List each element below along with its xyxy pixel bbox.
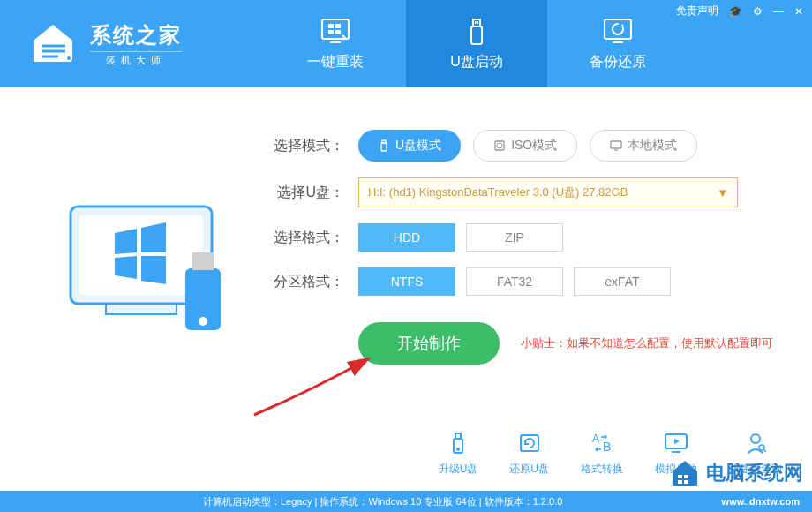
main-content: 选择模式： U盘模式 ISO模式 本地模式 选择U盘： H:I: (hd1) K… (0, 87, 812, 414)
illustration (35, 123, 265, 414)
svg-rect-16 (79, 215, 203, 295)
format-hdd[interactable]: HDD (358, 223, 455, 252)
watermark-house-icon (669, 457, 701, 489)
udisk-value: H:I: (hd1) KingstonDataTraveler 3.0 (U盘)… (368, 184, 628, 200)
tip-text: 小贴士：如果不知道怎么配置，使用默认配置即可 (521, 335, 773, 351)
svg-rect-30 (521, 435, 538, 451)
svg-rect-21 (381, 143, 387, 151)
house-logo-icon (26, 18, 79, 71)
svg-point-35 (751, 434, 760, 443)
format-zip[interactable]: ZIP (466, 223, 563, 252)
svg-rect-4 (335, 24, 341, 28)
convert-icon: AB (589, 430, 615, 456)
mode-label-text: U盘模式 (395, 138, 441, 154)
mode-local[interactable]: 本地模式 (590, 130, 697, 162)
partition-fat32[interactable]: FAT32 (466, 267, 563, 296)
logo-subtitle: 装机大师 (90, 51, 182, 67)
restore-usb[interactable]: 还原U盘 (509, 430, 549, 477)
tab-reinstall[interactable]: 一键重装 (265, 0, 406, 87)
svg-rect-3 (328, 24, 334, 28)
mode-label-text: 本地模式 (628, 138, 677, 154)
disc-icon (493, 139, 506, 152)
logo: 系统之家 装机大师 (0, 18, 265, 71)
svg-rect-39 (678, 480, 682, 484)
close-button[interactable]: ✕ (794, 5, 803, 18)
tab-label: 一键重装 (307, 53, 364, 72)
udisk-label: 选择U盘： (265, 184, 344, 202)
svg-rect-19 (192, 252, 214, 270)
tab-usb-boot[interactable]: U盘启动 (406, 0, 547, 87)
svg-rect-6 (335, 30, 341, 34)
svg-rect-8 (471, 26, 482, 44)
window-controls: 免责声明 🎓 ⚙ — ✕ (676, 4, 803, 19)
svg-rect-38 (678, 475, 682, 478)
svg-rect-12 (605, 19, 631, 39)
svg-text:B: B (603, 440, 611, 454)
partition-label: 分区格式： (265, 273, 344, 291)
logo-title: 系统之家 (90, 21, 182, 49)
svg-rect-40 (684, 475, 688, 478)
tab-label: 备份还原 (590, 53, 646, 72)
mode-iso[interactable]: ISO模式 (473, 130, 577, 162)
gear-icon[interactable]: ⚙ (753, 5, 763, 18)
usb-up-icon (445, 430, 471, 456)
svg-rect-2 (322, 19, 349, 39)
mode-label-text: ISO模式 (511, 138, 557, 154)
svg-rect-25 (611, 141, 621, 148)
svg-rect-17 (106, 304, 177, 314)
format-label: 选择格式： (265, 229, 344, 247)
monitor-play-icon (663, 430, 689, 456)
free-disclaimer-link[interactable]: 免责声明 (676, 4, 718, 19)
usb-small-icon (378, 139, 390, 152)
monitor-small-icon (610, 139, 622, 152)
status-bar: 计算机启动类型：Legacy | 操作系统：Windows 10 专业版 64位… (0, 491, 812, 512)
format-convert[interactable]: AB 格式转换 (581, 430, 623, 477)
config-form: 选择模式： U盘模式 ISO模式 本地模式 选择U盘： H:I: (hd1) K… (265, 123, 777, 414)
mode-usb[interactable]: U盘模式 (358, 130, 461, 162)
graduation-icon[interactable]: 🎓 (729, 5, 742, 18)
udisk-select[interactable]: H:I: (hd1) KingstonDataTraveler 3.0 (U盘)… (358, 177, 738, 207)
tab-label: U盘启动 (450, 53, 503, 72)
monitor-refresh-icon (602, 16, 634, 48)
svg-rect-28 (455, 433, 461, 439)
watermark-url: www..dnxtw.com (722, 496, 800, 507)
upgrade-usb[interactable]: 升级U盘 (439, 430, 478, 477)
start-button[interactable]: 开始制作 (358, 322, 500, 365)
monitor-windows-icon (320, 16, 351, 48)
svg-rect-10 (475, 21, 477, 24)
svg-rect-41 (684, 480, 688, 484)
partition-ntfs[interactable]: NTFS (358, 267, 455, 296)
partition-exfat[interactable]: exFAT (574, 267, 671, 296)
tab-backup-restore[interactable]: 备份还原 (547, 0, 688, 87)
svg-point-1 (71, 60, 74, 64)
svg-point-20 (199, 317, 207, 326)
svg-rect-22 (382, 140, 386, 143)
svg-point-29 (456, 448, 460, 451)
usb-drive-icon (461, 16, 492, 48)
watermark-text: 电脑系统网 (706, 460, 803, 486)
mode-label: 选择模式： (265, 137, 344, 155)
svg-rect-11 (477, 21, 479, 24)
svg-rect-5 (328, 30, 334, 34)
chevron-down-icon: ▼ (717, 186, 728, 200)
person-search-icon (742, 430, 769, 456)
svg-point-0 (67, 56, 71, 60)
svg-rect-9 (473, 19, 480, 26)
minimize-button[interactable]: — (773, 5, 784, 18)
watermark: 电脑系统网 (669, 457, 803, 489)
header: 系统之家 装机大师 一键重装 U盘启动 备份还原 免责声明 🎓 ⚙ — ✕ (0, 0, 812, 87)
svg-point-24 (497, 143, 502, 148)
status-text: 计算机启动类型：Legacy | 操作系统：Windows 10 专业版 64位… (203, 495, 562, 508)
svg-text:A: A (592, 433, 599, 445)
rotate-icon (516, 430, 543, 456)
svg-line-37 (763, 449, 766, 452)
